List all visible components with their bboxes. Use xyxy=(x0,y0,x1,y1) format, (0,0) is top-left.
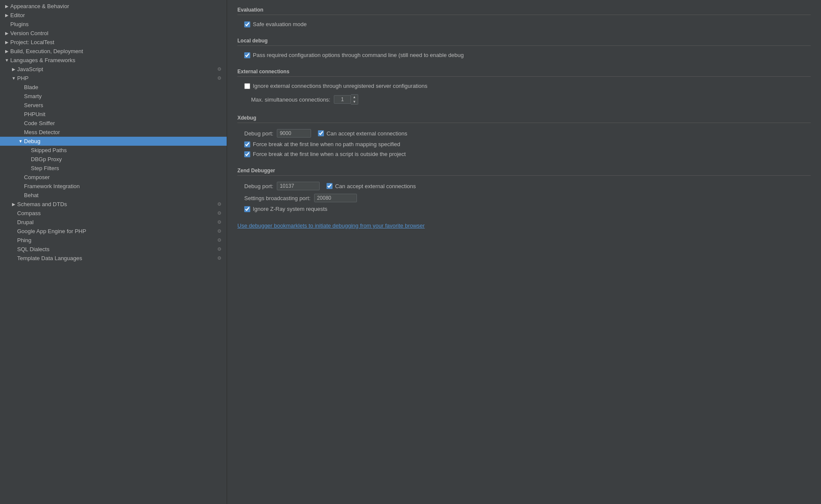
settings-icon: ⚙ xyxy=(217,246,223,252)
ignore-external-row: Ignore external connections through unre… xyxy=(244,81,811,91)
sidebar-item-framework-integration[interactable]: Framework Integration xyxy=(0,182,227,191)
max-connections-input[interactable] xyxy=(334,95,351,104)
force-break-path-text: Force break at the first line when no pa… xyxy=(253,141,400,147)
sidebar-item-composer[interactable]: Composer xyxy=(0,173,227,182)
zend-port-input[interactable] xyxy=(277,182,320,190)
sidebar-item-phing[interactable]: Phing⚙ xyxy=(0,236,227,245)
sidebar-item-step-filters[interactable]: Step Filters xyxy=(0,164,227,173)
max-connections-spinner[interactable]: ▲ ▼ xyxy=(334,94,358,105)
force-break-script-row: Force break at the first line when a scr… xyxy=(244,149,811,159)
force-break-path-row: Force break at the first line when no pa… xyxy=(244,139,811,149)
zend-debugger-section: Zend Debugger Debug port: Can accept ext… xyxy=(237,168,811,214)
spinner-down-button[interactable]: ▼ xyxy=(351,99,358,104)
settings-icon: ⚙ xyxy=(217,75,223,81)
settings-icon: ⚙ xyxy=(217,66,223,72)
local-debug-title: Local debug xyxy=(237,38,811,46)
settings-sidebar: ▶Appearance & Behavior▶EditorPlugins▶Ver… xyxy=(0,0,227,504)
bookmarklets-link[interactable]: Use debugger bookmarklets to initiate de… xyxy=(237,222,425,229)
sidebar-item-compass[interactable]: Compass⚙ xyxy=(0,209,227,218)
sidebar-item-plugins[interactable]: Plugins xyxy=(0,20,227,29)
sidebar-item-label: Mess Detector xyxy=(24,129,223,135)
sidebar-item-google-app-engine[interactable]: Google App Engine for PHP⚙ xyxy=(0,227,227,236)
ignore-external-label[interactable]: Ignore external connections through unre… xyxy=(244,83,428,89)
sidebar-item-drupal[interactable]: Drupal⚙ xyxy=(0,218,227,227)
sidebar-item-label: Schemas and DTDs xyxy=(17,201,216,207)
sidebar-item-build-exec[interactable]: ▶Build, Execution, Deployment xyxy=(0,47,227,56)
spinner-buttons: ▲ ▼ xyxy=(351,94,358,105)
force-break-path-checkbox[interactable] xyxy=(244,141,250,147)
xdebug-port-label: Debug port: xyxy=(244,130,273,137)
zend-can-accept-label[interactable]: Can accept external connections xyxy=(327,183,416,189)
sidebar-item-label: Languages & Frameworks xyxy=(10,57,223,63)
sidebar-item-languages[interactable]: ▼Languages & Frameworks xyxy=(0,56,227,65)
sidebar-item-label: Skipped Paths xyxy=(31,147,223,153)
sidebar-item-label: Servers xyxy=(24,102,223,108)
arrow-icon: ▼ xyxy=(10,76,17,81)
sidebar-item-sql-dialects[interactable]: SQL Dialects⚙ xyxy=(0,245,227,254)
sidebar-item-label: SQL Dialects xyxy=(17,246,216,252)
settings-port-input[interactable] xyxy=(314,194,357,202)
force-break-path-label[interactable]: Force break at the first line when no pa… xyxy=(244,141,400,147)
sidebar-item-label: Compass xyxy=(17,210,216,216)
sidebar-item-project-local[interactable]: ▶Project: LocalTest xyxy=(0,38,227,47)
ignore-external-checkbox[interactable] xyxy=(244,83,250,89)
force-break-script-text: Force break at the first line when a scr… xyxy=(253,151,406,157)
sidebar-item-label: Plugins xyxy=(10,21,223,27)
zend-port-label: Debug port: xyxy=(244,183,273,189)
sidebar-item-dbgp-proxy[interactable]: DBGp Proxy xyxy=(0,155,227,164)
xdebug-port-row: Debug port: Can accept external connecti… xyxy=(244,127,811,139)
sidebar-item-schemas-dtds[interactable]: ▶Schemas and DTDs⚙ xyxy=(0,200,227,209)
xdebug-section: Xdebug Debug port: Can accept external c… xyxy=(237,115,811,159)
sidebar-item-label: Code Sniffer xyxy=(24,120,223,126)
force-break-script-checkbox[interactable] xyxy=(244,151,250,157)
sidebar-item-template-data[interactable]: Template Data Languages⚙ xyxy=(0,254,227,263)
sidebar-item-label: Composer xyxy=(24,174,223,180)
sidebar-item-editor[interactable]: ▶Editor xyxy=(0,11,227,20)
arrow-icon: ▼ xyxy=(3,58,10,63)
force-break-script-label[interactable]: Force break at the first line when a scr… xyxy=(244,151,406,157)
zend-can-accept-checkbox[interactable] xyxy=(327,183,333,189)
ignore-zray-text: Ignore Z-Ray system requests xyxy=(253,206,327,212)
sidebar-item-debug[interactable]: ▼Debug xyxy=(0,137,227,146)
xdebug-can-accept-checkbox[interactable] xyxy=(318,130,324,136)
ignore-zray-checkbox[interactable] xyxy=(244,206,250,212)
sidebar-item-php[interactable]: ▼PHP⚙ xyxy=(0,74,227,83)
arrow-icon: ▶ xyxy=(10,67,17,72)
sidebar-item-servers[interactable]: Servers xyxy=(0,101,227,110)
arrow-icon: ▼ xyxy=(17,139,24,144)
sidebar-item-label: DBGp Proxy xyxy=(31,156,223,162)
xdebug-can-accept-label[interactable]: Can accept external connections xyxy=(318,130,408,137)
xdebug-port-input[interactable] xyxy=(277,129,311,138)
pass-required-label[interactable]: Pass required configuration options thro… xyxy=(244,52,464,58)
settings-icon: ⚙ xyxy=(217,219,223,225)
safe-evaluation-row: Safe evaluation mode xyxy=(244,19,811,29)
sidebar-item-blade[interactable]: Blade xyxy=(0,83,227,92)
ignore-zray-label[interactable]: Ignore Z-Ray system requests xyxy=(244,206,327,212)
spinner-up-button[interactable]: ▲ xyxy=(351,95,358,99)
sidebar-item-javascript[interactable]: ▶JavaScript⚙ xyxy=(0,65,227,74)
sidebar-item-smarty[interactable]: Smarty xyxy=(0,92,227,101)
arrow-icon: ▶ xyxy=(10,202,17,207)
pass-required-checkbox[interactable] xyxy=(244,52,250,58)
sidebar-item-code-sniffer[interactable]: Code Sniffer xyxy=(0,119,227,128)
safe-evaluation-label[interactable]: Safe evaluation mode xyxy=(244,21,307,27)
sidebar-item-label: Debug xyxy=(24,138,223,144)
sidebar-item-appearance[interactable]: ▶Appearance & Behavior xyxy=(0,2,227,11)
sidebar-item-mess-detector[interactable]: Mess Detector xyxy=(0,128,227,137)
local-debug-section: Local debug Pass required configuration … xyxy=(237,38,811,60)
sidebar-item-label: Version Control xyxy=(10,30,223,36)
safe-evaluation-text: Safe evaluation mode xyxy=(253,21,307,27)
sidebar-item-behat[interactable]: Behat xyxy=(0,191,227,200)
sidebar-item-version-control[interactable]: ▶Version Control xyxy=(0,29,227,38)
max-connections-label: Max. simultaneous connections: xyxy=(251,96,330,103)
max-connections-row: Max. simultaneous connections: ▲ ▼ xyxy=(251,93,811,106)
sidebar-item-label: PHPUnit xyxy=(24,111,223,117)
sidebar-item-label: Project: LocalTest xyxy=(10,39,223,45)
sidebar-item-label: Appearance & Behavior xyxy=(10,3,223,9)
sidebar-item-phpunit[interactable]: PHPUnit xyxy=(0,110,227,119)
settings-icon: ⚙ xyxy=(217,228,223,234)
arrow-icon: ▶ xyxy=(3,4,10,9)
safe-evaluation-checkbox[interactable] xyxy=(244,21,250,27)
xdebug-title: Xdebug xyxy=(237,115,811,123)
sidebar-item-skipped-paths[interactable]: Skipped Paths xyxy=(0,146,227,155)
